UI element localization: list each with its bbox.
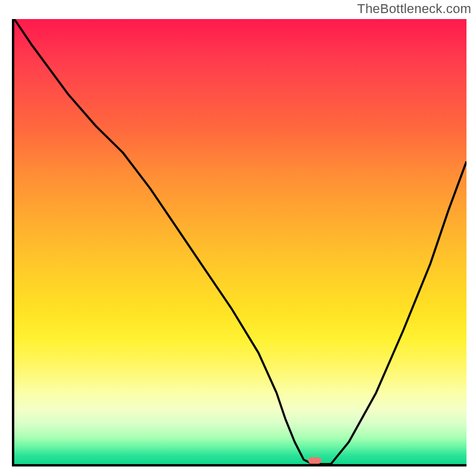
- optimal-marker: [308, 458, 321, 464]
- chart-frame: TheBottleneck.com: [0, 0, 476, 476]
- plot-area: [12, 19, 466, 466]
- line-curve: [14, 19, 466, 464]
- watermark-text: TheBottleneck.com: [357, 1, 471, 17]
